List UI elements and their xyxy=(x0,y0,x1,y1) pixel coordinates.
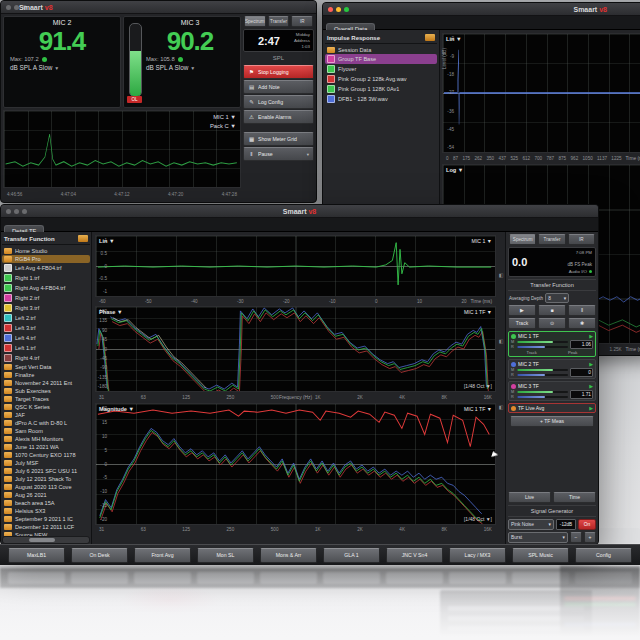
mode-button-spectrum[interactable]: Spectrum xyxy=(509,234,536,245)
file-item-left-4-trf[interactable]: Left 4.trf xyxy=(2,333,90,343)
folder-item-finalize[interactable]: Finalize xyxy=(2,371,90,379)
mode-button-ir[interactable]: IR xyxy=(568,234,595,245)
tf-measurement-tf-live-avg[interactable]: TF Live Avg▶ xyxy=(508,403,596,413)
close-icon[interactable] xyxy=(328,7,333,12)
folder-item-july-msf[interactable]: July MSF xyxy=(2,459,90,467)
live-ir-legend[interactable]: MIC 1 ▼ xyxy=(472,238,492,244)
magnitude-plot[interactable]: Magnitude ▼ MIC 1 TF ▼ [1/48 Oct ▼] 2015… xyxy=(95,403,496,525)
minimize-icon[interactable] xyxy=(14,209,19,214)
spl-history-plot[interactable]: MIC 1 ▼Pack C ▼ xyxy=(3,110,241,188)
run-button[interactable]: ▶ xyxy=(508,305,536,316)
smoothing-select[interactable]: [1/48 Oct ▼] xyxy=(464,516,492,522)
delay-button[interactable]: ⊙ xyxy=(538,318,566,329)
preset-button-lacy-mx3[interactable]: Lacy / MX3 xyxy=(449,548,506,563)
run-icon[interactable]: ▶ xyxy=(589,383,593,389)
track-toggle[interactable]: Track xyxy=(527,350,537,355)
file-item-left-1-trf[interactable]: Left 1.trf xyxy=(2,343,90,353)
file-item-flyover[interactable]: Flyover xyxy=(325,64,437,74)
folder-icon[interactable] xyxy=(78,235,88,242)
folder-item-december-12-2011-lcf[interactable]: December 12 2011 LCF xyxy=(2,523,90,531)
phase-legend[interactable]: MIC 1 TF ▼ xyxy=(464,309,492,315)
folder-item-july-12-2021-shack-to[interactable]: July 12 2021 Shack To xyxy=(2,475,90,483)
file-item-right-2-trf[interactable]: Right 2.trf xyxy=(2,293,90,303)
file-item-right-3-trf[interactable]: Right 3.trf xyxy=(2,303,90,313)
delay-ms-field[interactable]: 1.71 xyxy=(570,390,593,399)
window-controls[interactable] xyxy=(6,5,27,10)
zoom-icon[interactable] xyxy=(22,209,27,214)
mode-button-ir[interactable]: IR xyxy=(291,16,313,27)
run-icon[interactable]: ▶ xyxy=(589,405,593,411)
phase-plot[interactable]: Phase ▼ MIC 1 TF ▼ [1/48 Oct ▼] 18013590… xyxy=(95,306,496,392)
spl-action-log-config[interactable]: ✎Log Config xyxy=(243,95,314,109)
preset-button-maxlb1[interactable]: MaxLB1 xyxy=(8,548,65,563)
folder-item-rgb4-pro[interactable]: RGB4 Pro xyxy=(2,255,90,263)
file-item-group-tf-base[interactable]: Group TF Base xyxy=(325,54,437,64)
folder-item-july-6-2021-sfc-usu-11[interactable]: July 6 2021 SFC USU 11 xyxy=(2,467,90,475)
spl-titlebar[interactable]: Smaartv8 xyxy=(1,1,316,14)
folder-item-september-9-2021-1-ic[interactable]: September 9 2021 1 IC xyxy=(2,515,90,523)
preset-button-on-desk[interactable]: On Desk xyxy=(71,548,128,563)
window-controls[interactable] xyxy=(328,7,349,12)
pause-button[interactable]: ‖ xyxy=(568,305,596,316)
pane-type-select[interactable]: Log ▼ xyxy=(446,167,463,173)
minimize-icon[interactable] xyxy=(14,5,19,10)
folder-item-sub-exercises[interactable]: Sub Exercises xyxy=(2,387,90,395)
preset-button-mon-sl[interactable]: Mon SL xyxy=(197,548,254,563)
close-icon[interactable] xyxy=(6,5,11,10)
meter-mode-select[interactable]: dB SPL A Slow ▼ xyxy=(140,64,240,71)
time-button[interactable]: Time xyxy=(553,492,596,503)
smoothing-select[interactable]: [1/48 Oct ▼] xyxy=(464,383,492,389)
file-item-dfb1-128-3w-wav[interactable]: DFB1 - 128 3W.wav xyxy=(325,94,437,104)
zoom-icon[interactable] xyxy=(22,5,27,10)
folder-item-jaf[interactable]: JAF xyxy=(2,411,90,419)
preset-button-jnc-v-sn4[interactable]: JNC V Sn4 xyxy=(386,548,443,563)
folder-item-helsius-sx3[interactable]: Helsius SX3 xyxy=(2,507,90,515)
mode-button-spectrum[interactable]: Spectrum xyxy=(244,16,266,27)
preset-button-front-avg[interactable]: Front Avg xyxy=(134,548,191,563)
run-icon[interactable]: ▶ xyxy=(589,361,593,367)
preset-button-mons-arr[interactable]: Mons & Arr xyxy=(260,548,317,563)
folder-item-target-traces[interactable]: Target Traces xyxy=(2,395,90,403)
delay-ms-field[interactable]: 1.06 xyxy=(570,340,593,349)
generator-on-button[interactable]: On xyxy=(578,519,596,530)
tf-measurement-mic-3-tf[interactable]: MIC 3 TF▶MR1.71 xyxy=(508,381,596,401)
zoom-icon[interactable] xyxy=(344,7,349,12)
preset-button-gla-1[interactable]: GLA 1 xyxy=(323,548,380,563)
preset-button-spl-music[interactable]: SPL Music xyxy=(512,548,569,563)
live-ir-plot[interactable]: Lin ▼ MIC 1 ▼ 10.50-0.5-1 xyxy=(95,235,496,297)
averaging-depth-select[interactable]: 8▾ xyxy=(545,293,569,303)
level-increase-button[interactable]: + xyxy=(584,532,596,543)
tf-titlebar[interactable]: Smaartv8 xyxy=(1,205,598,218)
file-item-right-4-trf[interactable]: Right 4.trf xyxy=(2,353,90,363)
pane-type-select[interactable]: Lin ▼ xyxy=(446,36,462,42)
minimize-icon[interactable] xyxy=(336,7,341,12)
file-item-left-3-trf[interactable]: Left 3.trf xyxy=(2,323,90,333)
meter-mode-select[interactable]: dB SPL A Slow ▼ xyxy=(4,64,120,71)
live-button[interactable]: Live xyxy=(508,492,551,503)
track-button[interactable]: Track xyxy=(508,318,536,329)
folder-item-alexis-mh-monitors[interactable]: Alexis MH Monitors xyxy=(2,435,90,443)
pane-type-select[interactable]: Magnitude ▼ xyxy=(99,406,134,412)
level-decrease-button[interactable]: − xyxy=(570,532,582,543)
pane-toggle-icon[interactable]: ◧ xyxy=(499,272,504,278)
delay-ms-field[interactable]: 0 xyxy=(570,368,593,377)
spl-action-enable-alarms[interactable]: ⚠Enable Alarms xyxy=(243,110,314,124)
folder-item-sam-room[interactable]: Sam Room xyxy=(2,427,90,435)
generator-source-select[interactable]: Pink Noise▾ xyxy=(508,519,554,530)
mode-button-transfer[interactable]: Transfer xyxy=(538,234,565,245)
folder-item-home-studio[interactable]: Home Studio xyxy=(2,247,90,255)
preset-button-config[interactable]: Config xyxy=(575,548,632,563)
folder-item-aug-26-2021[interactable]: Aug 26 2021 xyxy=(2,491,90,499)
new-tf-measurement-button[interactable]: + TF Meas xyxy=(510,416,594,427)
tf-measurement-mic-1-tf[interactable]: MIC 1 TF▶MR1.06TrackPeak xyxy=(508,331,596,357)
spl-action-show-meter-grid[interactable]: ▦Show Meter Grid xyxy=(243,132,314,146)
generator-mode-select[interactable]: Burst▾ xyxy=(508,532,568,543)
pane-type-select[interactable]: Phase ▼ xyxy=(99,309,123,315)
ir-titlebar[interactable]: Smaartv8 xyxy=(323,3,640,16)
file-item-pink-group-1-128k-0av1[interactable]: Pink Group 1 128K 0Av1 xyxy=(325,84,437,94)
pane-toggle-icon[interactable]: ◧ xyxy=(499,338,504,344)
folder-item-beach-area-15a[interactable]: beach area 15A xyxy=(2,499,90,507)
spl-meter-mic2[interactable]: MIC 2 91.4 Max: 107.2 dB SPL A Slow ▼ xyxy=(3,16,121,108)
file-item-right-avg-4-fb04-trf[interactable]: Right Avg 4-FB04.trf xyxy=(2,283,90,293)
file-item-pink-group-2-128k-avg-wav[interactable]: Pink Group 2 128k Avg.wav xyxy=(325,74,437,84)
